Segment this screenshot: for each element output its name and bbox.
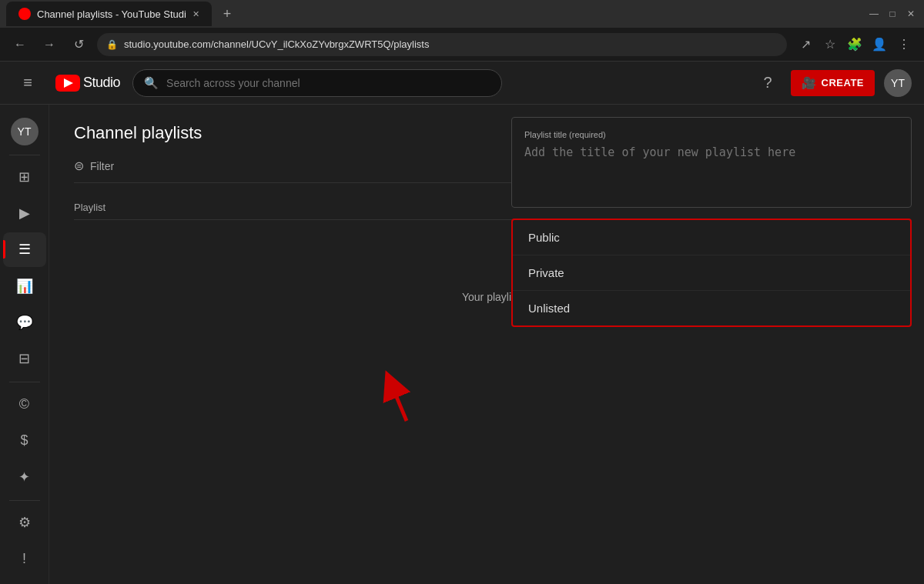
sidebar-divider-3 <box>9 500 40 501</box>
sidebar-avatar: YT <box>11 118 38 145</box>
sidebar-item-playlists[interactable]: ☰ <box>3 232 46 267</box>
svg-line-1 <box>391 384 407 421</box>
address-bar-actions: ↗ ☆ 🧩 👤 ⋮ <box>795 34 915 55</box>
sidebar-item-profile[interactable]: YT <box>3 114 46 149</box>
copyright-icon: © <box>19 396 29 412</box>
new-tab-button[interactable]: + <box>215 2 239 26</box>
youtube-icon <box>55 75 80 92</box>
comments-icon: 💬 <box>16 314 33 331</box>
sidebar: YT ⊞ ▶ ☰ 📊 💬 ⊟ <box>0 105 49 584</box>
minimize-button[interactable]: — <box>867 7 881 21</box>
reload-button[interactable]: ↺ <box>68 34 89 55</box>
visibility-option-unlisted[interactable]: Unlisted <box>513 291 910 325</box>
playlists-icon: ☰ <box>18 241 31 258</box>
search-icon: 🔍 <box>144 76 159 90</box>
search-input[interactable] <box>166 77 490 89</box>
subtitles-icon: ⊟ <box>18 350 30 367</box>
maximize-button[interactable]: □ <box>886 7 899 21</box>
studio-text: Studio <box>83 75 120 91</box>
monetization-icon: $ <box>20 432 28 449</box>
nav-right: ? 🎥 CREATE YT <box>754 69 912 97</box>
sidebar-item-feedback[interactable]: ! <box>3 542 46 576</box>
close-button[interactable]: ✕ <box>904 7 918 21</box>
url-input[interactable]: 🔒 studio.youtube.com/channel/UCvY_ilCkXo… <box>97 33 787 56</box>
play-icon <box>64 78 73 88</box>
bookmark-icon[interactable]: ☆ <box>819 34 841 55</box>
extensions-icon[interactable]: 🧩 <box>844 34 865 55</box>
sidebar-divider-2 <box>9 382 40 382</box>
sidebar-item-comments[interactable]: 💬 <box>3 305 46 339</box>
annotation-arrow-svg <box>373 365 434 427</box>
feedback-icon: ! <box>22 551 26 567</box>
sidebar-divider-1 <box>9 155 40 155</box>
back-button[interactable]: ← <box>9 34 31 55</box>
profile-icon[interactable]: 👤 <box>869 34 890 55</box>
content-icon: ▶ <box>19 205 30 222</box>
sidebar-item-copyright[interactable]: © <box>3 387 46 422</box>
help-button[interactable]: ? <box>754 69 782 97</box>
visibility-dropdown[interactable]: Public Private Unlisted <box>511 219 912 327</box>
playlist-title-label: Playlist title (required) <box>524 130 899 139</box>
playlist-column-header: Playlist <box>74 202 105 213</box>
more-icon[interactable]: ⋮ <box>893 34 915 55</box>
top-nav: ≡ Studio 🔍 ? 🎥 CREATE <box>0 62 924 105</box>
arrow-annotation <box>373 365 434 430</box>
create-button[interactable]: 🎥 CREATE <box>791 70 875 96</box>
empty-state-text: Your playli <box>462 291 511 303</box>
sidebar-item-content[interactable]: ▶ <box>3 196 46 231</box>
visibility-option-public[interactable]: Public <box>513 220 910 255</box>
sidebar-item-settings[interactable]: ⚙ <box>3 506 46 540</box>
address-bar: ← → ↺ 🔒 studio.youtube.com/channel/UCvY_… <box>0 28 924 62</box>
share-icon[interactable]: ↗ <box>795 34 816 55</box>
filter-label: Filter <box>90 160 114 172</box>
visibility-option-private[interactable]: Private <box>513 255 910 291</box>
youtube-studio-logo[interactable]: Studio <box>55 75 120 92</box>
tab-close-button[interactable]: ✕ <box>192 9 199 19</box>
settings-icon: ⚙ <box>18 514 31 531</box>
tab-title: Channel playlists - YouTube Studi <box>37 8 186 20</box>
window-controls: — □ ✕ <box>867 7 918 21</box>
main-content: YT ⊞ ▶ ☰ 📊 💬 ⊟ <box>0 105 924 584</box>
sidebar-item-analytics[interactable]: 📊 <box>3 269 46 303</box>
analytics-icon: 📊 <box>16 278 33 295</box>
sidebar-item-dashboard[interactable]: ⊞ <box>3 160 46 195</box>
sidebar-item-subtitles[interactable]: ⊟ <box>3 341 46 375</box>
url-text: studio.youtube.com/channel/UCvY_ilCkXoZY… <box>124 38 429 50</box>
lock-icon: 🔒 <box>106 39 118 50</box>
playlist-title-dialog[interactable]: Playlist title (required) <box>511 117 912 208</box>
hamburger-menu[interactable]: ≡ <box>12 68 43 98</box>
page-content: Channel playlists ⊜ Filter Playlist Your… <box>49 105 924 584</box>
active-tab[interactable]: Channel playlists - YouTube Studi ✕ <box>6 2 212 26</box>
search-bar[interactable]: 🔍 <box>132 69 502 97</box>
app-body: ≡ Studio 🔍 ? 🎥 CREATE <box>0 62 924 584</box>
user-avatar[interactable]: YT <box>884 69 912 97</box>
customization-icon: ✦ <box>18 469 30 486</box>
create-icon: 🎥 <box>802 76 817 90</box>
title-bar: Channel playlists - YouTube Studi ✕ + — … <box>0 0 924 28</box>
playlist-title-input[interactable] <box>524 145 899 192</box>
tab-favicon <box>18 8 31 20</box>
forward-button[interactable]: → <box>38 34 60 55</box>
sidebar-item-monetization[interactable]: $ <box>3 423 46 458</box>
filter-icon: ⊜ <box>74 159 84 173</box>
sidebar-item-customization[interactable]: ✦ <box>3 459 46 494</box>
dashboard-icon: ⊞ <box>18 169 30 185</box>
